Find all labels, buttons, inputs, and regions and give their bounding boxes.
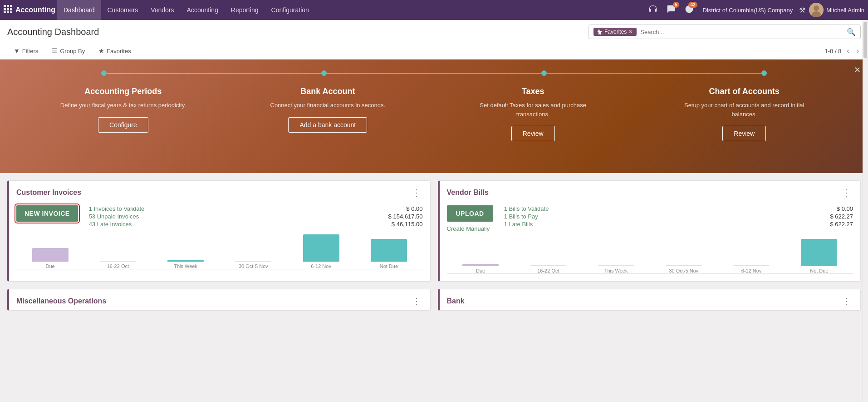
- vendor-bills-actions: UPLOAD Create Manually 1 Bills to Valida…: [447, 205, 853, 232]
- vb-stat-amount-1: $ 622.27: [830, 213, 853, 220]
- wrench-icon[interactable]: ⚒: [799, 6, 805, 15]
- chart-label: This Week: [174, 263, 197, 269]
- chart-bar-wrap: [287, 234, 355, 262]
- bank-card: Bank ⋮: [438, 289, 861, 311]
- chart-bar-wrap: [650, 265, 717, 266]
- group-by-button[interactable]: ☰ Group By: [45, 45, 91, 56]
- chart-label: 16-22 Oct: [537, 268, 559, 273]
- chart-bar[interactable]: [733, 265, 770, 266]
- nav-dashboard[interactable]: Dashboard: [57, 0, 101, 20]
- chart-label: This Week: [604, 268, 628, 273]
- grid-menu-icon[interactable]: [4, 5, 12, 15]
- scroll-thumb[interactable]: [863, 22, 867, 58]
- banner-col-desc-1: Connect your financial accounts in secon…: [270, 101, 386, 110]
- chart-bar[interactable]: [801, 239, 837, 266]
- banner-col-chart-accounts: Chart of Accounts Setup your chart of ac…: [681, 87, 808, 141]
- chart-bar[interactable]: [462, 264, 499, 266]
- pagination-next[interactable]: ›: [855, 46, 861, 56]
- create-manually-link[interactable]: Create Manually: [447, 225, 493, 232]
- chart-bar-wrap: [718, 265, 785, 266]
- stat-link-0[interactable]: 1 Invoices to Validate: [89, 205, 145, 212]
- top-navigation: Accounting Dashboard Customers Vendors A…: [0, 0, 868, 20]
- vb-stat-link-2[interactable]: 1 Late Bills: [504, 221, 533, 228]
- chart-bar[interactable]: [235, 261, 271, 262]
- banner-close-icon[interactable]: ✕: [854, 65, 861, 75]
- upload-btn-wrap: UPLOAD Create Manually: [447, 205, 493, 232]
- customer-invoices-body: NEW INVOICE 1 Invoices to Validate $ 0.0…: [9, 202, 430, 277]
- chart-column: 30 Oct-5 Nov: [650, 265, 717, 273]
- nav-vendors[interactable]: Vendors: [144, 0, 180, 20]
- misc-operations-menu[interactable]: ⋮: [410, 296, 423, 307]
- vendor-bills-header: Vendor Bills ⋮: [440, 181, 861, 202]
- filter-row: ▼ Filters ☰ Group By ★ Favorites 1-8 / 8…: [7, 43, 861, 59]
- nav-accounting[interactable]: Accounting: [181, 0, 225, 20]
- upload-button[interactable]: UPLOAD: [447, 205, 493, 222]
- vendor-bills-stats: 1 Bills to Validate $ 0.00 1 Bills to Pa…: [504, 205, 853, 228]
- headset-icon-btn[interactable]: [646, 3, 660, 18]
- add-bank-account-button[interactable]: Add a bank account: [288, 117, 367, 133]
- stat-link-2[interactable]: 43 Late Invoices: [89, 221, 132, 228]
- vendor-bills-body: UPLOAD Create Manually 1 Bills to Valida…: [440, 202, 861, 281]
- stat-link-1[interactable]: 53 Unpaid Invoices: [89, 213, 139, 220]
- chart-bar[interactable]: [303, 234, 339, 262]
- chart-label: Due: [46, 263, 55, 269]
- vendor-bills-menu[interactable]: ⋮: [840, 187, 853, 198]
- chart-bar-wrap: [152, 260, 220, 262]
- vendor-bills-card: Vendor Bills ⋮ UPLOAD Create Manually 1 …: [438, 180, 861, 282]
- chart-bar-wrap: [582, 265, 650, 266]
- chart-column: This Week: [582, 265, 650, 273]
- company-name: District of Columbia(US) Company: [703, 7, 793, 14]
- chart-label: Not Due: [810, 268, 828, 273]
- chart-bar[interactable]: [666, 265, 702, 266]
- banner-columns: Accounting Periods Define your fiscal ye…: [18, 87, 850, 141]
- chart-label: Due: [476, 268, 485, 273]
- favorites-tag-close[interactable]: ✕: [628, 29, 633, 35]
- new-invoice-btn-wrap: NEW INVOICE: [16, 205, 78, 222]
- vb-stat-link-1[interactable]: 1 Bills to Pay: [504, 213, 538, 220]
- banner-col-desc-3: Setup your chart of accounts and record …: [681, 101, 808, 119]
- customer-invoices-menu[interactable]: ⋮: [410, 187, 423, 198]
- configure-button[interactable]: Configure: [98, 117, 148, 133]
- user-name: Mitchell Admin: [826, 7, 864, 14]
- nav-reporting[interactable]: Reporting: [225, 0, 265, 20]
- chart-bar[interactable]: [598, 265, 634, 266]
- dot-2: [321, 70, 327, 76]
- chart-column: 30 Oct-5 Nov: [220, 261, 287, 269]
- customer-invoice-stats: 1 Invoices to Validate $ 0.00 53 Unpaid …: [89, 205, 423, 228]
- taxes-review-button[interactable]: Review: [511, 126, 555, 141]
- stat-row-2: 43 Late Invoices $ 46,115.00: [89, 221, 423, 228]
- new-invoice-button[interactable]: NEW INVOICE: [16, 205, 78, 222]
- chart-label: 16-22 Oct: [107, 263, 129, 269]
- vb-stat-link-0[interactable]: 1 Bills to Validate: [504, 205, 549, 212]
- chart-column: Due: [447, 264, 515, 273]
- nav-customers[interactable]: Customers: [101, 0, 145, 20]
- chart-bar[interactable]: [100, 261, 136, 262]
- chart-bar[interactable]: [167, 260, 204, 262]
- bank-card-menu[interactable]: ⋮: [840, 296, 853, 307]
- user-avatar: [809, 3, 824, 17]
- filters-button[interactable]: ▼ Filters: [7, 45, 44, 56]
- chart-accounts-review-button[interactable]: Review: [722, 126, 766, 141]
- user-menu[interactable]: Mitchell Admin: [809, 3, 864, 17]
- chart-column: Not Due: [785, 239, 853, 273]
- chart-bar[interactable]: [530, 265, 566, 266]
- svg-point-10: [814, 5, 819, 11]
- svg-rect-7: [7, 11, 9, 13]
- pagination-range: 1-8 / 8: [824, 48, 841, 55]
- search-input[interactable]: [640, 29, 847, 35]
- clock-icon-btn[interactable]: 42: [682, 3, 696, 18]
- group-by-label: Group By: [60, 48, 85, 55]
- chart-bar-wrap: [515, 265, 582, 266]
- chart-bar-wrap: [355, 239, 422, 262]
- scrollbar[interactable]: [863, 20, 868, 318]
- page-title: Accounting Dashboard: [7, 27, 99, 37]
- chart-column: Due: [16, 248, 84, 269]
- search-icon[interactable]: 🔍: [847, 28, 856, 36]
- nav-configuration[interactable]: Configuration: [265, 0, 315, 20]
- chart-bar[interactable]: [371, 239, 407, 262]
- chart-bar[interactable]: [32, 248, 69, 262]
- pagination-prev[interactable]: ‹: [845, 46, 851, 56]
- chat-icon-btn[interactable]: 5: [664, 3, 678, 18]
- customer-invoices-title: Customer Invoices: [16, 189, 81, 197]
- favorites-button[interactable]: ★ Favorites: [92, 45, 137, 56]
